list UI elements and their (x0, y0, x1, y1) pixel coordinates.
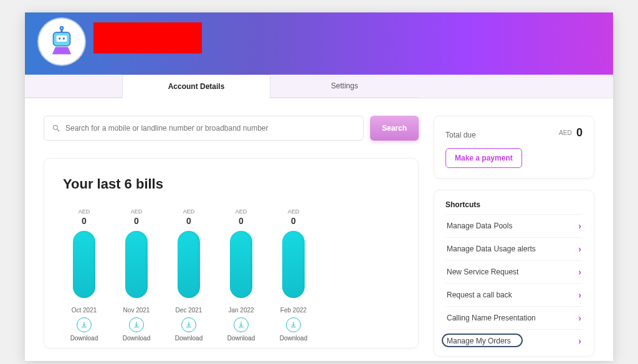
chevron-right-icon: › (578, 313, 581, 323)
bill-value: 0 (239, 216, 244, 226)
bill-bar: AED 0 Dec 2021 Download (171, 208, 206, 342)
svg-point-5 (60, 27, 63, 30)
bills-card: Your last 6 bills AED 0 Oct 2021 Downloa… (44, 158, 419, 348)
bill-currency: AED (236, 208, 247, 215)
download-button[interactable] (286, 317, 301, 332)
body: Search Your last 6 bills AED 0 Oct 2021 … (25, 98, 613, 361)
tabs-spacer (25, 75, 122, 98)
shortcut-label: Manage Data Pools (447, 222, 512, 230)
highlight-ellipse (442, 334, 523, 347)
shortcut-label: New Service Request (447, 268, 518, 276)
total-label: Total due (445, 131, 476, 139)
download-label: Download (123, 335, 150, 342)
bill-month: Jan 2022 (228, 307, 254, 314)
bill-currency: AED (131, 208, 143, 215)
chevron-right-icon: › (578, 244, 581, 254)
svg-point-6 (53, 125, 57, 129)
avatar (39, 19, 85, 65)
bill-bar: AED 0 Feb 2022 Download (276, 208, 311, 342)
bill-month: Feb 2022 (280, 307, 307, 314)
download-label: Download (70, 335, 98, 342)
bar-shape (282, 231, 305, 298)
download-label: Download (280, 335, 307, 342)
shortcut-manage-data-pools[interactable]: Manage Data Pools › (445, 214, 583, 237)
bill-value: 0 (291, 216, 296, 226)
shortcut-request-call-back[interactable]: Request a call back › (445, 283, 583, 306)
bill-bar: AED 0 Jan 2022 Download (224, 208, 259, 342)
svg-rect-1 (57, 35, 67, 42)
shortcut-label: Request a call back (447, 291, 512, 299)
search-button[interactable]: Search (370, 116, 419, 141)
bills-title: Your last 6 bills (63, 176, 399, 192)
main-column: Search Your last 6 bills AED 0 Oct 2021 … (44, 116, 419, 361)
total-row: Total due AED 0 (445, 126, 583, 139)
robot-avatar-icon (45, 25, 79, 58)
chevron-right-icon: › (578, 336, 581, 346)
shortcut-label: Manage Data Usage alerts (447, 245, 536, 253)
search-box[interactable] (44, 116, 364, 141)
bills-bars: AED 0 Oct 2021 Download AED 0 Nov 2021 D… (63, 208, 399, 342)
shortcut-calling-name-presentation[interactable]: Calling Name Presentation › (445, 306, 583, 329)
page: Account Details Settings Search Your las… (25, 12, 613, 361)
search-icon (52, 124, 60, 133)
svg-point-3 (63, 37, 65, 39)
download-button[interactable] (181, 317, 196, 332)
search-row: Search (44, 116, 419, 141)
bar-shape (178, 231, 200, 298)
chevron-right-icon: › (578, 267, 581, 277)
download-button[interactable] (234, 317, 249, 332)
bill-currency: AED (288, 208, 300, 215)
download-icon (80, 321, 88, 329)
svg-point-2 (59, 37, 60, 39)
side-column: Total due AED 0 Make a payment Shortcuts… (434, 116, 594, 361)
tabs: Account Details Settings (25, 75, 613, 98)
bar-shape (230, 231, 252, 298)
download-icon (133, 321, 140, 329)
bill-value: 0 (186, 216, 191, 226)
bill-currency: AED (79, 208, 90, 215)
shortcut-manage-data-usage-alerts[interactable]: Manage Data Usage alerts › (445, 237, 583, 260)
bill-month: Dec 2021 (176, 307, 202, 314)
make-payment-button[interactable]: Make a payment (445, 148, 522, 168)
download-icon (237, 321, 245, 329)
bill-month: Nov 2021 (123, 307, 150, 314)
download-button[interactable] (77, 317, 92, 332)
total-due-card: Total due AED 0 Make a payment (434, 116, 594, 179)
total-amount: 0 (576, 126, 583, 139)
download-label: Download (175, 335, 202, 342)
download-icon (290, 321, 297, 329)
bill-value: 0 (82, 216, 87, 226)
shortcut-manage-my-orders[interactable]: Manage My Orders › (445, 329, 583, 352)
download-button[interactable] (129, 317, 144, 332)
bill-value: 0 (134, 216, 139, 226)
redacted-name (93, 22, 202, 54)
shortcuts-title: Shortcuts (445, 200, 583, 209)
chevron-right-icon: › (578, 221, 581, 231)
bar-shape (125, 231, 148, 298)
bill-month: Oct 2021 (72, 307, 97, 314)
total-currency: AED (559, 129, 572, 136)
bill-bar: AED 0 Nov 2021 Download (119, 208, 154, 342)
tab-settings[interactable]: Settings (270, 75, 419, 98)
shortcut-label: Calling Name Presentation (447, 314, 536, 322)
download-icon (185, 321, 193, 329)
header-banner (25, 12, 613, 75)
bill-bar: AED 0 Oct 2021 Download (67, 208, 102, 342)
download-label: Download (227, 335, 255, 342)
search-input[interactable] (65, 124, 356, 133)
tab-account-details[interactable]: Account Details (122, 75, 270, 98)
chevron-right-icon: › (578, 290, 581, 300)
shortcuts-card: Shortcuts Manage Data Pools › Manage Dat… (434, 190, 594, 357)
bar-shape (73, 231, 95, 298)
svg-line-7 (57, 129, 60, 132)
bill-currency: AED (183, 208, 195, 215)
shortcut-new-service-request[interactable]: New Service Request › (445, 260, 583, 283)
